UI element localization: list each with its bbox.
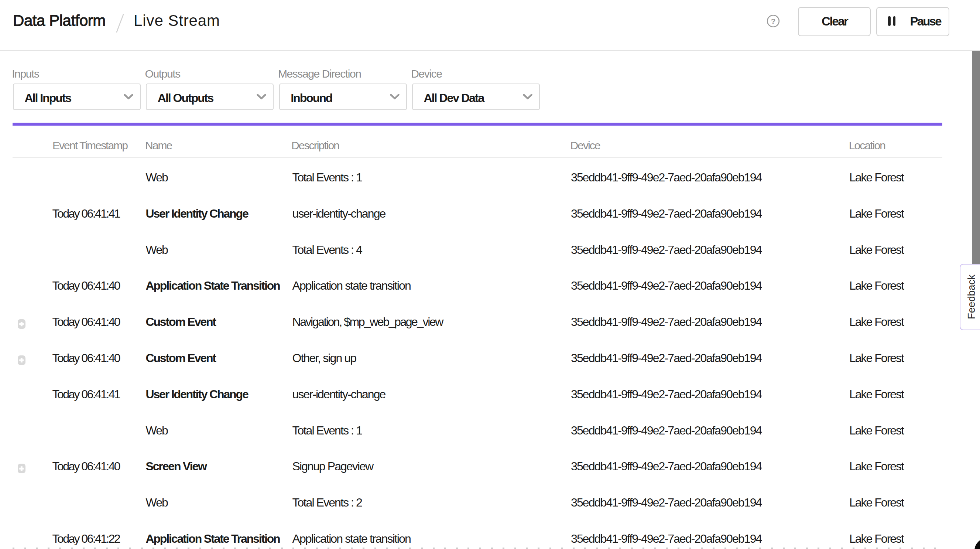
svg-text:?: ? [771,17,776,26]
